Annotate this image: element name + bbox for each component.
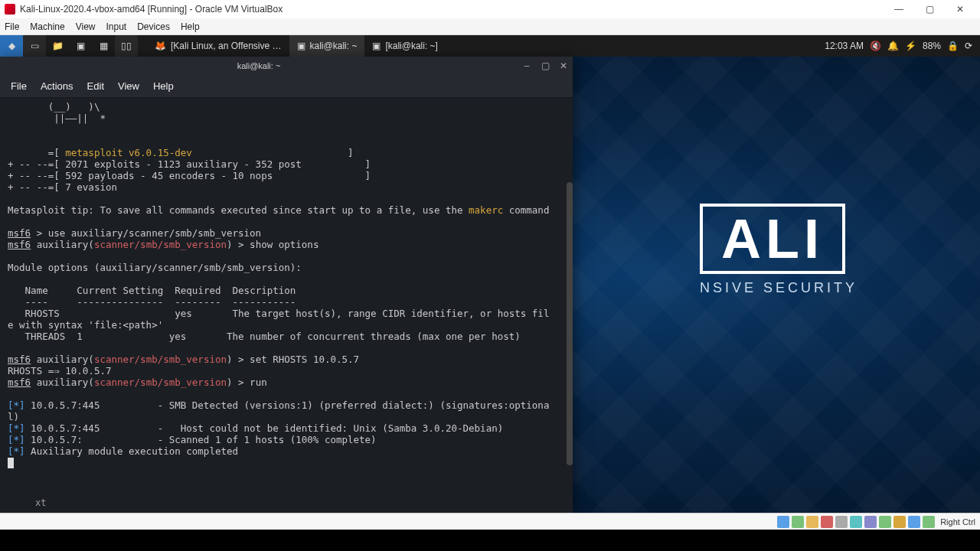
status-disk-icon[interactable]	[777, 516, 789, 528]
status-display-icon[interactable]	[850, 516, 862, 528]
terminal-title: kali@kali: ~	[0, 61, 518, 70]
window-minimize-button[interactable]: —	[884, 0, 914, 18]
terminal-icon: ▣	[297, 41, 305, 51]
files-button[interactable]: 📁	[46, 35, 69, 57]
guest-desktop: ALI NSIVE SECURITY ◆ ▭ 📁 ▣ ▦ ▯▯ 🦊 [Kali …	[0, 35, 980, 513]
clock[interactable]: 12:03 AM	[825, 41, 864, 51]
terminal-cursor	[8, 458, 14, 468]
terminal-footer: xt	[0, 496, 573, 513]
vbox-title: Kali-Linux-2020.4-vbox-amd64 [Running] -…	[20, 4, 283, 15]
task-label: [kali@kali: ~]	[385, 41, 438, 51]
terminal-output[interactable]: (__) )\ ||——|| * =[ metasploit v6.0.15-d…	[0, 98, 573, 496]
vbox-menu-machine[interactable]: Machine	[30, 21, 64, 32]
task-label: [Kali Linux, an Offensive …	[171, 41, 282, 51]
vbox-menu-input[interactable]: Input	[106, 21, 127, 32]
terminal-menu-edit[interactable]: Edit	[87, 80, 104, 92]
terminal-launcher[interactable]: ▣	[69, 35, 92, 57]
status-dnd-icon[interactable]	[893, 516, 906, 528]
kali-logo: ALI NSIVE SECURITY	[700, 204, 858, 296]
launcher-2[interactable]: ▦	[92, 35, 115, 57]
refresh-icon[interactable]: ⟳	[965, 41, 972, 51]
terminal-menu-actions[interactable]: Actions	[41, 80, 74, 92]
vbox-menu-help[interactable]: Help	[181, 21, 200, 32]
vbox-menu-file[interactable]: File	[5, 21, 19, 32]
vbox-statusbar: Right Ctrl	[0, 513, 980, 530]
terminal-menu-help[interactable]: Help	[153, 80, 174, 92]
terminal-maximize-button[interactable]: ▢	[536, 60, 554, 71]
terminal-icon: ▣	[372, 41, 381, 51]
kali-logo-tagline: NSIVE SECURITY	[700, 280, 858, 296]
vbox-menu-devices[interactable]: Devices	[137, 21, 170, 32]
status-cpu-icon[interactable]	[923, 516, 935, 528]
status-audio-icon[interactable]	[864, 516, 877, 528]
terminal-menubar: File Actions Edit View Help	[0, 75, 573, 98]
status-rec-icon[interactable]	[908, 516, 920, 528]
vbox-titlebar: Kali-Linux-2020.4-vbox-amd64 [Running] -…	[0, 0, 980, 18]
status-net-icon[interactable]	[821, 516, 833, 528]
firefox-icon: 🦊	[155, 41, 166, 51]
terminal-menu-file[interactable]: File	[11, 80, 27, 92]
taskbar-item-firefox[interactable]: 🦊 [Kali Linux, an Offensive …	[147, 35, 289, 57]
workspace-switcher[interactable]: ▯▯	[115, 35, 138, 57]
app-menu-button[interactable]: ◆	[0, 35, 23, 57]
show-desktop-button[interactable]: ▭	[23, 35, 46, 57]
status-clipboard-icon[interactable]	[879, 516, 891, 528]
taskbar-item-terminal-active[interactable]: ▣ kali@kali: ~	[289, 35, 365, 57]
notifications-icon[interactable]: 🔔	[887, 41, 899, 51]
lock-icon[interactable]: 🔒	[947, 41, 959, 51]
terminal-titlebar[interactable]: kali@kali: ~ – ▢ ✕	[0, 57, 573, 75]
battery-percent[interactable]: 88%	[923, 41, 941, 51]
terminal-scrollbar[interactable]	[567, 182, 573, 465]
letterbox-bottom	[0, 530, 980, 551]
task-label: kali@kali: ~	[310, 41, 358, 51]
power-icon[interactable]: ⚡	[905, 41, 916, 51]
host-key-label: Right Ctrl	[940, 517, 975, 527]
volume-icon[interactable]: 🔇	[870, 41, 881, 51]
vbox-menubar: File Machine View Input Devices Help	[0, 18, 980, 35]
status-usb-icon[interactable]	[806, 516, 818, 528]
xfce-panel: ◆ ▭ 📁 ▣ ▦ ▯▯ 🦊 [Kali Linux, an Offensive…	[0, 35, 980, 57]
terminal-menu-view[interactable]: View	[118, 80, 139, 92]
window-close-button[interactable]: ✕	[945, 0, 975, 18]
vbox-menu-view[interactable]: View	[76, 21, 96, 32]
taskbar-item-terminal-2[interactable]: ▣ [kali@kali: ~]	[364, 35, 446, 57]
status-optical-icon[interactable]	[792, 516, 804, 528]
system-tray: 12:03 AM 🔇 🔔 ⚡ 88% 🔒 ⟳	[817, 41, 980, 51]
window-maximize-button[interactable]: ▢	[914, 0, 945, 18]
terminal-window: kali@kali: ~ – ▢ ✕ File Actions Edit Vie…	[0, 57, 573, 513]
status-shared-icon[interactable]	[835, 516, 848, 528]
vbox-icon	[5, 4, 15, 15]
terminal-close-button[interactable]: ✕	[554, 60, 573, 71]
kali-logo-text: ALI	[721, 211, 824, 266]
terminal-minimize-button[interactable]: –	[518, 60, 536, 71]
